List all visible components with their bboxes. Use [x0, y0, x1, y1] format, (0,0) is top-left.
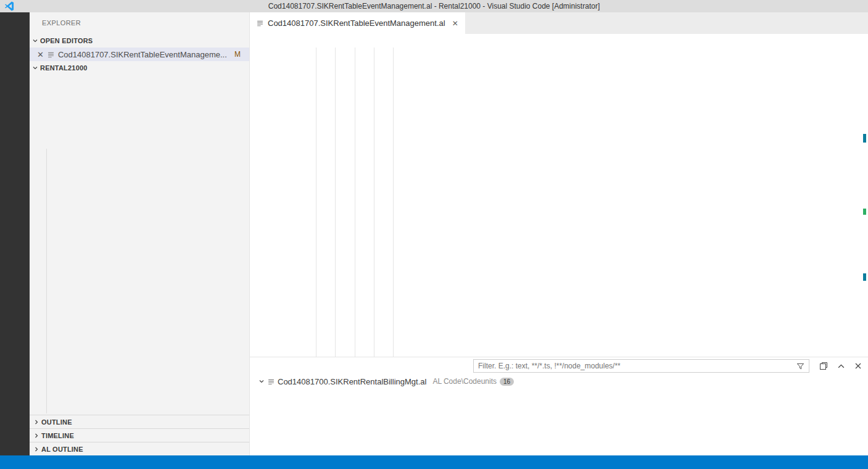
problems-group-count: 16: [500, 378, 514, 386]
problems-group-row[interactable]: Cod14081700.SIKRentRentalBillingMgt.al A…: [250, 375, 868, 388]
explorer-sidebar: EXPLORER OPEN EDITORS ✕ Cod14081707.SIKR…: [30, 12, 250, 455]
title-bar: Cod14081707.SIKRentTableEventManagement.…: [0, 0, 868, 12]
chevron-right-icon: [33, 433, 39, 439]
modified-badge: M: [234, 50, 241, 59]
close-panel-icon[interactable]: [854, 362, 862, 370]
editor-actions: [860, 12, 868, 34]
outline-label: OUTLINE: [41, 418, 72, 426]
open-editors-label: OPEN EDITORS: [40, 37, 93, 44]
code-editor[interactable]: [250, 48, 868, 357]
ruler-mark: [863, 273, 866, 281]
bottom-panel: Cod14081700.SIKRentRentalBillingMgt.al A…: [250, 357, 868, 455]
tab-bar: Cod14081707.SIKRentTableEventManagement.…: [250, 12, 868, 34]
indent-guide: [335, 48, 336, 357]
ruler-mark: [863, 134, 866, 143]
filter-funnel-icon: [796, 362, 804, 370]
al-file-icon: [48, 51, 54, 58]
tab-label: Cod14081707.SIKRentTableEventManagement.…: [268, 19, 445, 28]
indent-guide: [374, 48, 374, 357]
breadcrumb: [250, 34, 868, 48]
file-tree: [30, 75, 249, 415]
problems-group-file: Cod14081700.SIKRentRentalBillingMgt.al: [278, 377, 426, 386]
ruler-mark: [863, 209, 866, 215]
chevron-down-icon: [32, 38, 38, 44]
status-bar: [0, 455, 868, 469]
panel-tab-bar: [250, 357, 868, 375]
chevron-right-icon: [33, 446, 39, 452]
sidebar-title: EXPLORER: [30, 12, 249, 34]
al-outline-section[interactable]: AL OUTLINE: [30, 442, 249, 455]
al-outline-label: AL OUTLINE: [41, 446, 83, 453]
problems-group-path: AL Code\Codeunits: [432, 377, 497, 386]
indent-guide: [316, 48, 316, 357]
tree-indent-guide: [46, 149, 47, 413]
chevron-down-icon: [258, 378, 265, 384]
indent-guide: [355, 48, 355, 357]
overview-ruler[interactable]: [858, 48, 868, 357]
chevron-right-icon: [33, 419, 39, 425]
open-in-editor-icon[interactable]: [819, 362, 828, 370]
open-editors-header[interactable]: OPEN EDITORS: [30, 34, 249, 48]
close-icon[interactable]: ✕: [37, 50, 44, 59]
editor-group: Cod14081707.SIKRentTableEventManagement.…: [250, 12, 868, 455]
minimap[interactable]: [799, 48, 858, 357]
timeline-section[interactable]: TIMELINE: [30, 428, 249, 442]
indent-guide: [393, 48, 394, 357]
al-file-icon: [268, 378, 275, 385]
close-icon[interactable]: ✕: [452, 19, 458, 28]
problems-filter[interactable]: [473, 359, 809, 373]
maximize-panel-icon[interactable]: [837, 362, 845, 370]
vscode-logo-icon: [4, 1, 14, 11]
workspace-root-label: RENTAL21000: [40, 64, 88, 72]
editor-tab[interactable]: Cod14081707.SIKRentTableEventManagement.…: [250, 12, 465, 34]
sidebar-bottom-sections: OUTLINE TIMELINE AL OUTLINE: [30, 415, 249, 455]
chevron-down-icon: [32, 65, 38, 71]
open-editor-item[interactable]: ✕ Cod14081707.SIKRentTableEventManageme.…: [30, 48, 249, 61]
outline-section[interactable]: OUTLINE: [30, 415, 249, 428]
window-title: Cod14081707.SIKRentTableEventManagement.…: [268, 2, 600, 10]
workbench: EXPLORER OPEN EDITORS ✕ Cod14081707.SIKR…: [0, 12, 868, 455]
open-editor-label: Cod14081707.SIKRentTableEventManageme...: [58, 50, 227, 59]
problems-filter-input[interactable]: [478, 362, 793, 370]
panel-actions: [809, 362, 862, 370]
workspace-root-header[interactable]: RENTAL21000: [30, 61, 249, 75]
al-file-icon: [257, 20, 263, 27]
activity-bar: [0, 12, 30, 455]
timeline-label: TIMELINE: [41, 432, 74, 439]
